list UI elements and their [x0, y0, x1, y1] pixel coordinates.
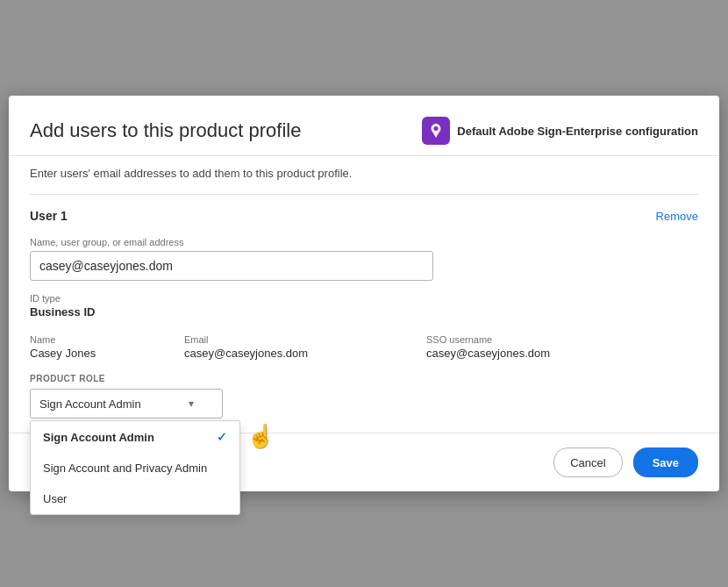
- email-field-label: Name, user group, or email address: [30, 237, 698, 247]
- user1-section-header: User 1 Remove: [30, 209, 698, 223]
- product-name: Default Adobe Sign-Enterprise configurat…: [457, 125, 698, 138]
- role-selected-label: Sign Account Admin: [39, 397, 141, 411]
- modal-subtitle: Enter users' email addresses to add them…: [9, 156, 719, 180]
- email-col: Email casey@caseyjones.dom: [184, 334, 412, 360]
- user-info-grid: Name Casey Jones Email casey@caseyjones.…: [30, 334, 698, 360]
- remove-button[interactable]: Remove: [656, 210, 698, 223]
- user1-email-field-group: Name, user group, or email address: [30, 237, 698, 281]
- id-type-label: ID type: [30, 293, 698, 304]
- svg-point-0: [434, 126, 439, 131]
- dropdown-item-user[interactable]: User: [31, 483, 239, 514]
- adobe-sign-icon: [422, 117, 450, 145]
- role-select-button[interactable]: Sign Account Admin ▾: [30, 389, 223, 419]
- modal-overlay: Add users to this product profile Defaul…: [0, 0, 728, 587]
- id-type-section: ID type Business ID: [30, 293, 698, 319]
- user1-label: User 1: [30, 209, 68, 223]
- dropdown-item-sign-account-admin[interactable]: Sign Account Admin ✓: [31, 421, 239, 453]
- dropdown-item-label: Sign Account Admin: [43, 431, 154, 444]
- product-role-label: PRODUCT ROLE: [30, 374, 698, 383]
- name-value: Casey Jones: [30, 347, 170, 360]
- save-button[interactable]: Save: [633, 447, 698, 477]
- role-dropdown-menu: Sign Account Admin ✓ Sign Account and Pr…: [30, 420, 240, 515]
- modal-header: Add users to this product profile Defaul…: [9, 96, 719, 156]
- name-col: Name Casey Jones: [30, 334, 170, 360]
- sso-label: SSO username: [426, 334, 698, 345]
- id-type-value: Business ID: [30, 305, 698, 319]
- email-value: casey@caseyjones.dom: [184, 347, 412, 360]
- user1-email-input[interactable]: [30, 251, 433, 281]
- check-icon: ✓: [217, 430, 227, 444]
- email-label: Email: [184, 334, 412, 345]
- dropdown-item-label: User: [43, 492, 67, 505]
- dropdown-item-sign-privacy-admin[interactable]: Sign Account and Privacy Admin: [31, 453, 239, 483]
- modal-container: Add users to this product profile Defaul…: [9, 96, 719, 491]
- cancel-button[interactable]: Cancel: [553, 447, 622, 477]
- modal-body: User 1 Remove Name, user group, or email…: [9, 195, 719, 433]
- modal-title: Add users to this product profile: [30, 119, 301, 142]
- dropdown-item-label: Sign Account and Privacy Admin: [43, 462, 207, 475]
- product-role-section: PRODUCT ROLE Sign Account Admin ▾ Sign A…: [30, 374, 698, 419]
- role-select-wrapper: Sign Account Admin ▾ Sign Account Admin …: [30, 389, 223, 419]
- product-badge: Default Adobe Sign-Enterprise configurat…: [422, 117, 698, 145]
- name-label: Name: [30, 334, 170, 345]
- sso-value: casey@caseyjones.dom: [426, 347, 698, 360]
- chevron-down-icon: ▾: [189, 397, 194, 410]
- sso-col: SSO username casey@caseyjones.dom: [426, 334, 698, 360]
